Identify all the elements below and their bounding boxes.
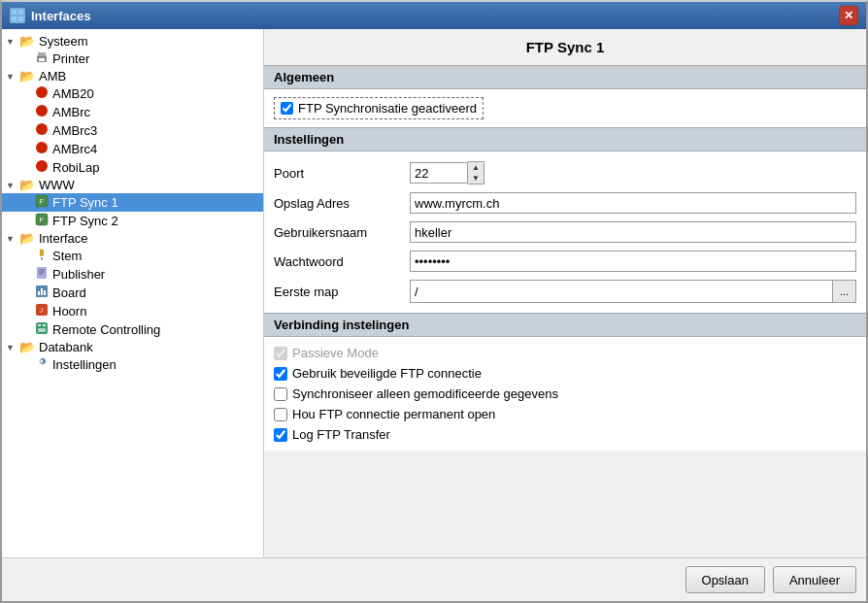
- amb-icon: [35, 104, 49, 120]
- svg-point-31: [41, 360, 44, 363]
- svg-rect-23: [41, 288, 43, 295]
- window-icon: [10, 8, 25, 23]
- tree-item-label-hoorn: Hoorn: [52, 304, 86, 318]
- svg-point-8: [36, 105, 48, 117]
- tree-item-interface[interactable]: ▼📂Interface: [2, 230, 263, 247]
- eerste-map-browse-btn[interactable]: ...: [832, 281, 855, 302]
- log-ftp-label[interactable]: Log FTP Transfer: [292, 427, 390, 442]
- hou-ftp-label[interactable]: Hou FTP connectie permanent open: [292, 407, 495, 421]
- svg-rect-22: [38, 291, 40, 295]
- tree-item-ambrc4[interactable]: AMBrc4: [2, 140, 263, 158]
- tree-item-board[interactable]: Board: [2, 284, 263, 302]
- hou-ftp-checkbox[interactable]: [274, 408, 287, 421]
- expand-icon-interface: ▼: [6, 234, 19, 244]
- svg-point-10: [36, 142, 48, 153]
- save-button[interactable]: Opslaan: [685, 566, 765, 593]
- svg-point-7: [36, 86, 48, 98]
- amb-icon: [35, 85, 49, 102]
- dialog-body: ▼📂SysteemPrinter▼📂AMBAMB20AMBrcAMBrc3AMB…: [2, 29, 866, 557]
- tree-item-label-remote: Remote Controlling: [52, 322, 160, 337]
- title-bar: Interfaces ✕: [2, 2, 866, 29]
- verbinding-section: Verbinding instelingen Passieve Mode Geb…: [264, 313, 866, 451]
- ftp-sync-label[interactable]: FTP Synchronisatie geactiveerd: [298, 101, 477, 116]
- svg-rect-6: [39, 58, 45, 61]
- tree-panel: ▼📂SysteemPrinter▼📂AMBAMB20AMBrcAMBrc3AMB…: [2, 29, 264, 557]
- tree-item-ftpsync1[interactable]: FFTP Sync 1: [2, 193, 263, 212]
- algemeen-section: Algemeen FTP Synchronisatie geactiveerd: [264, 65, 866, 127]
- tree-item-ambrc[interactable]: AMBrc: [2, 103, 263, 121]
- gebruiker-label: Gebruikersnaam: [274, 225, 410, 240]
- folder-icon: 📂: [19, 34, 35, 49]
- content-panel: FTP Sync 1 Algemeen FTP Synchronisatie g…: [264, 29, 866, 557]
- svg-text:F: F: [40, 217, 44, 223]
- tree-item-ambrc3[interactable]: AMBrc3: [2, 121, 263, 140]
- wachtwoord-label: Wachtwoord: [274, 254, 410, 269]
- tree-item-databank[interactable]: ▼📂Databank: [2, 339, 263, 355]
- ftp-sync-checkbox[interactable]: [281, 102, 293, 115]
- beveiligde-ftp-checkbox[interactable]: [274, 367, 287, 381]
- poort-input[interactable]: [410, 162, 468, 184]
- svg-rect-5: [38, 52, 46, 56]
- tree-item-label-ambrc3: AMBrc3: [52, 123, 97, 138]
- amb-icon: [35, 141, 49, 157]
- synchroniseer-label[interactable]: Synchroniseer alleen gemodificeerde gege…: [292, 386, 558, 401]
- poort-input-wrapper: ▲ ▼: [410, 161, 484, 184]
- opslag-input[interactable]: [410, 192, 856, 214]
- svg-rect-24: [44, 290, 46, 295]
- port-spin-down[interactable]: ▼: [468, 173, 484, 184]
- dialog-window: Interfaces ✕ ▼📂SysteemPrinter▼📂AMBAMB20A…: [0, 0, 868, 603]
- tree-item-label-stem: Stem: [52, 249, 82, 263]
- tree-item-stem[interactable]: Stem: [2, 247, 263, 265]
- log-ftp-row: Log FTP Transfer: [274, 424, 856, 445]
- folder-icon: 📂: [19, 231, 35, 246]
- board-icon: [35, 285, 49, 301]
- eerste-map-row: Eerste map ...: [274, 276, 856, 307]
- gebruiker-input[interactable]: [410, 221, 856, 243]
- title-bar-left: Interfaces: [10, 8, 90, 23]
- gebruiker-row: Gebruikersnaam: [274, 218, 856, 247]
- wachtwoord-input[interactable]: [410, 251, 856, 272]
- hoorn-icon: ♪: [35, 303, 49, 319]
- button-bar: Opslaan Annuleer: [2, 557, 866, 601]
- tree-item-ftpsync2[interactable]: FFTP Sync 2: [2, 212, 263, 230]
- tree-item-printer[interactable]: Printer: [2, 50, 263, 68]
- port-spin-up[interactable]: ▲: [468, 162, 484, 173]
- ftp-icon: F: [35, 213, 49, 229]
- tree-item-amb[interactable]: ▼📂AMB: [2, 68, 263, 84]
- tree-item-systeem[interactable]: ▼📂Systeem: [2, 33, 263, 50]
- tree-item-publisher[interactable]: Publisher: [2, 265, 263, 284]
- svg-rect-30: [38, 328, 46, 332]
- expand-icon-www: ▼: [6, 181, 19, 190]
- tree-item-label-printer: Printer: [52, 51, 89, 66]
- tree-item-www[interactable]: ▼📂WWW: [2, 177, 263, 193]
- title-bar-text: Interfaces: [31, 9, 90, 23]
- stem-icon: [35, 248, 49, 264]
- beveiligde-ftp-label[interactable]: Gebruik beveiligde FTP connectie: [292, 366, 482, 381]
- ftp-sync-container: FTP Synchronisatie geactiveerd: [274, 97, 484, 119]
- tree-item-label-board: Board: [52, 285, 86, 300]
- tree-item-label-amb20: AMB20: [52, 86, 94, 101]
- tree-item-label-interface: Interface: [39, 231, 88, 246]
- svg-point-11: [36, 160, 48, 172]
- synchroniseer-checkbox[interactable]: [274, 387, 287, 401]
- tree-item-label-ftpsync1: FTP Sync 1: [52, 195, 118, 210]
- tree-item-label-ambrc: AMBrc: [52, 105, 90, 119]
- opslag-row: Opslag Adres: [274, 188, 856, 218]
- close-button[interactable]: ✕: [839, 6, 858, 25]
- instellingen-header: Instellingen: [264, 127, 866, 151]
- tree-item-hoorn[interactable]: ♪Hoorn: [2, 302, 263, 320]
- tree-item-robilap[interactable]: RobiLap: [2, 158, 263, 177]
- tree-item-instellingen[interactable]: Instellingen: [2, 355, 263, 374]
- cancel-button[interactable]: Annuleer: [773, 566, 856, 593]
- tree-container: ▼📂SysteemPrinter▼📂AMBAMB20AMBrcAMBrc3AMB…: [2, 33, 263, 374]
- tree-item-label-www: WWW: [39, 178, 75, 192]
- tree-item-amb20[interactable]: AMB20: [2, 84, 263, 103]
- tree-item-label-ftpsync2: FTP Sync 2: [52, 214, 118, 228]
- svg-rect-1: [18, 10, 23, 15]
- amb-icon: [35, 159, 49, 176]
- expand-icon-databank: ▼: [6, 343, 19, 352]
- log-ftp-checkbox[interactable]: [274, 428, 287, 442]
- eerste-map-input[interactable]: [411, 281, 832, 302]
- tree-item-remote[interactable]: Remote Controlling: [2, 320, 263, 339]
- folder-icon: 📂: [19, 178, 35, 192]
